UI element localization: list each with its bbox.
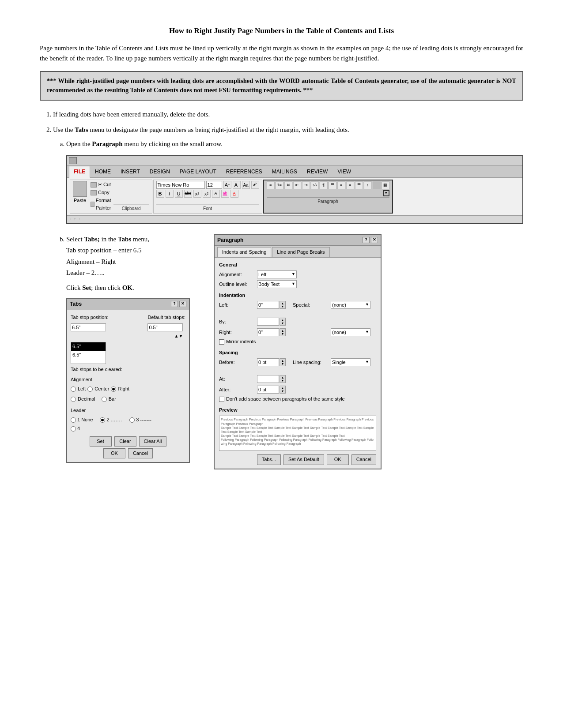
tabs-ok-button[interactable]: OK [103, 448, 125, 458]
sort-button[interactable]: ↕A [311, 181, 319, 189]
para-cancel-button[interactable]: Cancel [351, 454, 376, 465]
mirror-indents-checkbox[interactable] [219, 339, 224, 345]
indent-by-spin-arrows[interactable]: ▲▼ [280, 318, 286, 326]
shading-button[interactable] [373, 181, 381, 189]
numbering-button[interactable]: 1≡ [276, 181, 283, 189]
spacing-before-spin-arrows[interactable]: ▲▼ [280, 358, 286, 366]
superscript-button[interactable]: x2 [203, 190, 211, 198]
cut-button[interactable]: ✂ Cut [91, 181, 113, 188]
aa-button[interactable]: Aa [242, 181, 250, 189]
spacing-before-input[interactable] [257, 358, 279, 366]
format-painter-button[interactable]: Format Painter [91, 197, 113, 212]
align-left-option[interactable]: Left [71, 385, 86, 393]
align-left-button[interactable]: ☰ [329, 181, 336, 189]
tab-insert[interactable]: INSERT [116, 166, 145, 178]
tab-file[interactable]: FILE [69, 166, 90, 178]
align-decimal-option[interactable]: Decimal [71, 395, 95, 403]
subscript-button[interactable]: x2 [193, 190, 201, 198]
tab-stop-input[interactable] [71, 323, 106, 331]
tab-references[interactable]: REFERENCES [221, 166, 267, 178]
leader-4-option[interactable]: 4 [71, 425, 80, 432]
listbox-item-2[interactable]: 6.5" [71, 351, 106, 359]
align-right-button[interactable]: ≡ [346, 181, 354, 189]
align-right-option[interactable]: Right [111, 385, 129, 393]
border-button[interactable]: ▦ [382, 181, 389, 189]
align-bar-radio[interactable] [102, 397, 107, 402]
bold-button[interactable]: B [156, 190, 164, 198]
align-bar-option[interactable]: Bar [102, 395, 116, 403]
multilevel-button[interactable]: ≋ [284, 181, 292, 189]
font-size-dropdown[interactable]: 12 [206, 181, 222, 189]
line-spacing-para-button[interactable]: ↕ [364, 181, 372, 189]
align-center-radio[interactable] [87, 387, 93, 392]
indent-left-spin-arrows[interactable]: ▲▼ [280, 301, 286, 309]
tab-page-layout[interactable]: PAGE LAYOUT [175, 166, 221, 178]
leader-dots-radio[interactable] [100, 417, 105, 423]
para-dialog-close-button[interactable]: ✕ [371, 237, 378, 243]
spacing-at-input[interactable] [257, 375, 279, 383]
align-center-option[interactable]: Center [87, 385, 109, 393]
outline-dropdown[interactable]: Body Text ▼ [257, 280, 297, 288]
increase-indent-button[interactable]: ⇥ [302, 181, 310, 189]
spacing-at-spin-arrows[interactable]: ▲▼ [280, 375, 286, 383]
spacing-after-spin-arrows[interactable]: ▲▼ [280, 386, 286, 394]
para-dialog-help-button[interactable]: ? [363, 237, 370, 243]
para-tabs-button[interactable]: Tabs... [257, 454, 281, 465]
leader-dashes-radio[interactable] [129, 417, 135, 423]
tab-design[interactable]: DESIGN [145, 166, 175, 178]
indent-none-dropdown[interactable]: (none) ▼ [331, 328, 370, 336]
default-spin-arrows[interactable]: ▲▼ [147, 333, 183, 340]
font-name-dropdown[interactable]: Times New Ro [156, 181, 205, 189]
paragraph-expand-button[interactable]: ▾ [383, 190, 389, 196]
clear-button[interactable]: Clear [114, 436, 136, 447]
tab-mailings[interactable]: MAILINGS [267, 166, 302, 178]
align-center-button[interactable]: ≡ [337, 181, 345, 189]
tab-stop-listbox[interactable]: 6.5" 6.5" [71, 342, 106, 364]
align-decimal-radio[interactable] [71, 397, 76, 402]
default-tab-input[interactable] [147, 323, 183, 331]
listbox-item-1[interactable]: 6.5" [71, 342, 106, 351]
tabs-dialog-help-button[interactable]: ? [171, 301, 178, 307]
bullets-button[interactable]: ≡ [267, 181, 275, 189]
decrease-indent-button[interactable]: ⇤ [293, 181, 301, 189]
dont-add-space-checkbox[interactable] [219, 397, 224, 402]
italic-button[interactable]: I [166, 190, 174, 198]
para-set-default-button[interactable]: Set As Default [283, 454, 324, 465]
leader-4-radio[interactable] [71, 426, 76, 432]
indent-special-dropdown[interactable]: (none) ▼ [331, 301, 370, 309]
underline-button[interactable]: U [175, 190, 183, 198]
paste-label[interactable]: Paste [74, 197, 86, 204]
tabs-cancel-button[interactable]: Cancel [128, 448, 153, 458]
show-formatting-button[interactable]: ¶ [320, 181, 328, 189]
leader-dashes-option[interactable]: 3 ------- [129, 416, 151, 424]
leader-dots-option[interactable]: 2 ....... [100, 416, 122, 424]
align-left-radio[interactable] [71, 387, 76, 392]
align-right-radio[interactable] [111, 387, 116, 392]
indent-right-spin-arrows[interactable]: ▲▼ [280, 328, 286, 336]
text-highlight-button[interactable]: ab [221, 190, 229, 198]
copy-button[interactable]: Copy [91, 189, 113, 196]
text-effects-button[interactable]: A [212, 190, 220, 198]
para-tab-indents-spacing[interactable]: Indents and Spacing [217, 247, 271, 257]
strikethrough-button[interactable]: abc [184, 190, 192, 198]
spacing-after-input[interactable] [257, 386, 279, 394]
indent-right-input[interactable] [257, 328, 279, 336]
para-ok-button[interactable]: OK [327, 454, 349, 465]
indent-by-input[interactable] [257, 318, 279, 326]
para-tab-line-page-breaks[interactable]: Line and Page Breaks [272, 247, 329, 257]
indent-left-input[interactable] [257, 301, 279, 309]
leader-none-radio[interactable] [71, 417, 76, 423]
tab-view[interactable]: VIEW [333, 166, 356, 178]
alignment-dropdown[interactable]: Left ▼ [257, 270, 297, 278]
clear-all-button[interactable]: Clear All [139, 436, 167, 447]
increase-font-button[interactable]: A+ [223, 181, 231, 189]
font-misc-btn[interactable]: 🖋 [251, 181, 259, 189]
line-spacing-dropdown[interactable]: Single ▼ [331, 358, 370, 366]
paste-icon[interactable] [73, 181, 87, 197]
set-button[interactable]: Set [90, 436, 112, 447]
tab-review[interactable]: REVIEW [302, 166, 333, 178]
font-color-button[interactable]: A [230, 190, 238, 198]
tab-home[interactable]: HOME [90, 166, 116, 178]
tabs-dialog-close-button[interactable]: ✕ [179, 301, 186, 307]
decrease-font-button[interactable]: A- [233, 181, 241, 189]
